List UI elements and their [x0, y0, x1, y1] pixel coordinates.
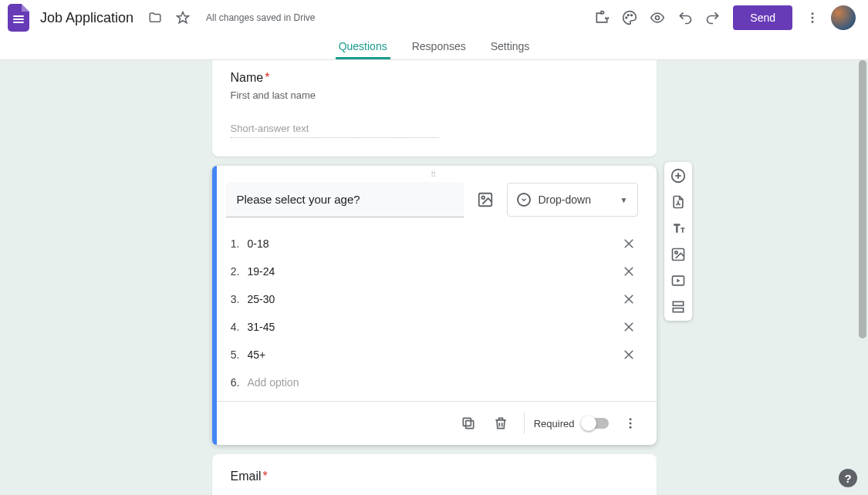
- chevron-down-icon: ▼: [620, 196, 628, 204]
- help-icon[interactable]: ?: [839, 469, 857, 487]
- redo-icon[interactable]: [699, 4, 727, 32]
- option-input[interactable]: [248, 234, 620, 253]
- question-type-select[interactable]: Drop-down ▼: [507, 183, 638, 217]
- option-number: 4.: [226, 321, 240, 333]
- svg-point-1: [626, 17, 627, 19]
- option-row: 5.: [226, 341, 638, 369]
- app-header: Job Application All changes saved in Dri…: [0, 0, 868, 60]
- question-type-label: Drop-down: [539, 194, 591, 206]
- star-icon[interactable]: [169, 4, 197, 32]
- option-input[interactable]: [248, 345, 620, 364]
- add-image-tool-icon[interactable]: [669, 245, 687, 264]
- tab-settings[interactable]: Settings: [488, 35, 533, 59]
- option-input[interactable]: [248, 318, 620, 336]
- svg-point-22: [629, 418, 631, 420]
- svg-point-3: [631, 15, 633, 16]
- svg-marker-31: [677, 279, 680, 283]
- add-question-icon[interactable]: [669, 167, 687, 185]
- required-star-icon: *: [265, 71, 269, 84]
- required-toggle[interactable]: [583, 418, 609, 429]
- form-title[interactable]: Job Application: [40, 10, 133, 26]
- drag-handle-icon[interactable]: ⠿: [212, 166, 657, 179]
- undo-icon[interactable]: [671, 4, 699, 32]
- svg-point-2: [628, 15, 630, 16]
- move-to-folder-icon[interactable]: [141, 4, 169, 32]
- remove-option-icon[interactable]: [620, 345, 638, 364]
- add-option-placeholder[interactable]: Add option: [248, 373, 638, 392]
- question-more-icon[interactable]: [616, 409, 644, 437]
- svg-point-29: [674, 251, 677, 254]
- svg-rect-20: [465, 421, 473, 429]
- form-canvas[interactable]: Name* First and last name Short-answer t…: [0, 60, 868, 495]
- option-input[interactable]: [248, 262, 620, 281]
- svg-point-7: [812, 21, 814, 23]
- dropdown-type-icon: [517, 193, 531, 207]
- more-icon[interactable]: [799, 4, 826, 32]
- option-number: 6.: [226, 376, 240, 389]
- option-row: 3.: [226, 285, 638, 313]
- svg-rect-21: [463, 418, 471, 426]
- svg-marker-0: [177, 12, 189, 23]
- option-input[interactable]: [248, 290, 620, 308]
- send-button[interactable]: Send: [733, 5, 792, 30]
- remove-option-icon[interactable]: [620, 234, 638, 253]
- option-number: 1.: [226, 237, 240, 250]
- required-label: Required: [534, 418, 575, 429]
- required-star-icon: *: [263, 470, 268, 483]
- question-label: Name: [231, 71, 264, 84]
- remove-option-icon[interactable]: [620, 262, 638, 281]
- svg-point-4: [656, 16, 660, 20]
- svg-point-5: [812, 12, 814, 15]
- option-row: 1.: [226, 230, 638, 258]
- question-label: Email: [231, 470, 262, 483]
- svg-rect-32: [673, 301, 683, 305]
- add-title-icon[interactable]: [669, 219, 687, 237]
- import-questions-icon[interactable]: [669, 193, 687, 211]
- form-tabs: Questions Responses Settings: [0, 35, 868, 59]
- active-indicator-icon: [212, 166, 217, 445]
- svg-point-9: [481, 196, 485, 199]
- forms-logo-icon[interactable]: [8, 4, 29, 32]
- tab-responses[interactable]: Responses: [409, 35, 469, 59]
- divider: [524, 412, 525, 434]
- svg-rect-33: [673, 308, 683, 312]
- addons-icon[interactable]: [588, 4, 616, 32]
- option-row: 4.: [226, 313, 638, 341]
- delete-icon[interactable]: [487, 409, 515, 437]
- option-row: 2.: [226, 258, 638, 285]
- question-title-input[interactable]: [226, 182, 464, 217]
- question-card-name[interactable]: Name* First and last name Short-answer t…: [212, 60, 657, 157]
- short-answer-placeholder: Short-answer text: [231, 123, 439, 138]
- option-number: 3.: [226, 293, 240, 305]
- option-number: 5.: [226, 349, 240, 361]
- svg-point-6: [812, 17, 814, 19]
- question-description: First and last name: [231, 89, 638, 101]
- avatar[interactable]: [831, 5, 856, 30]
- customize-theme-icon[interactable]: [616, 4, 643, 32]
- add-section-icon[interactable]: [669, 298, 687, 316]
- duplicate-icon[interactable]: [454, 409, 482, 437]
- question-card-email[interactable]: Email* Short-answer text: [212, 454, 657, 495]
- preview-icon[interactable]: [643, 4, 671, 32]
- save-status: All changes saved in Drive: [206, 12, 315, 23]
- add-option-row[interactable]: 6. Add option: [226, 369, 638, 396]
- option-number: 2.: [226, 265, 240, 278]
- svg-point-24: [629, 426, 631, 429]
- add-video-icon[interactable]: [669, 271, 687, 290]
- add-image-icon[interactable]: [476, 190, 495, 209]
- tab-questions[interactable]: Questions: [336, 35, 390, 59]
- svg-point-23: [629, 423, 631, 425]
- question-footer: Required: [212, 401, 657, 445]
- remove-option-icon[interactable]: [620, 290, 638, 308]
- question-card-age-editor[interactable]: ⠿ Drop-down ▼ 1.: [212, 166, 657, 445]
- floating-toolbar: [664, 162, 692, 321]
- remove-option-icon[interactable]: [620, 318, 638, 336]
